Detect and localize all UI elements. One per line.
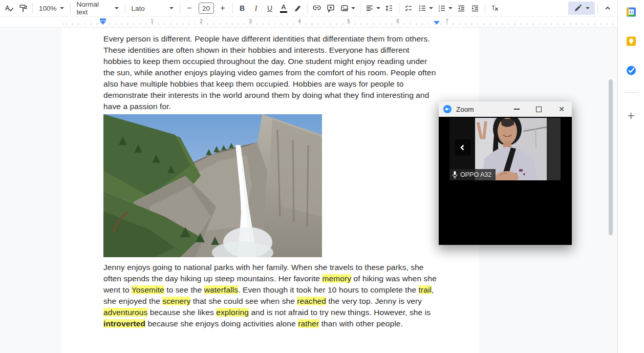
svg-text:3: 3 (438, 9, 440, 12)
editing-mode-button[interactable] (568, 2, 595, 15)
styles-value: Normal text (77, 1, 112, 16)
hide-menus-button[interactable] (600, 2, 614, 15)
side-panel: 31 + (617, 0, 644, 353)
insert-link-button[interactable] (310, 2, 324, 15)
toolbar: A 100% Normal text Lato − 2 (0, 0, 617, 16)
google-docs-app: A 100% Normal text Lato − 2 (0, 0, 644, 353)
toolbar-divider (360, 3, 360, 13)
clear-formatting-button[interactable]: T (488, 2, 502, 15)
caret-down-icon (376, 7, 380, 9)
comment-plus-icon (326, 4, 335, 13)
toolbar-divider (180, 3, 180, 13)
indent-icon (470, 4, 480, 13)
chevron-left-icon (459, 143, 467, 152)
text-color-icon: A (280, 4, 287, 13)
close-button[interactable]: ✕ (554, 101, 569, 117)
paint-roller-icon (18, 4, 28, 13)
yosemite-falls-illustration (103, 114, 322, 257)
previous-camera-button[interactable] (455, 139, 470, 156)
toolbar-divider (232, 3, 233, 13)
toolbar-divider (70, 3, 71, 13)
decrease-indent-button[interactable] (455, 2, 468, 15)
align-left-icon (365, 4, 374, 13)
google-tasks-icon (626, 66, 636, 75)
yosemite-falls-image[interactable] (103, 114, 322, 257)
font-size-decrease-button[interactable]: − (183, 2, 197, 15)
ruler-mark: 5 (346, 18, 351, 24)
camera-source-label: OPPO A32 (449, 169, 496, 180)
minimize-button[interactable] (509, 101, 524, 117)
paragraph-hobbies[interactable]: Every person is different. People have d… (103, 33, 437, 112)
highlighter-icon (293, 4, 302, 13)
first-line-indent-marker[interactable] (100, 18, 106, 20)
toolbar-divider (307, 3, 308, 13)
link-icon (312, 4, 321, 13)
outdent-icon (457, 4, 466, 13)
document-page[interactable]: Every person is different. People have d… (61, 28, 479, 353)
toolbar-divider (597, 3, 598, 13)
spellcheck-button[interactable]: A (2, 2, 16, 15)
bulleted-list-button[interactable] (416, 2, 435, 15)
get-add-ons-button[interactable]: + (627, 109, 634, 123)
clear-formatting-icon: T (490, 4, 499, 13)
maximize-button[interactable] (531, 101, 546, 117)
toolbar-divider (485, 3, 485, 13)
paragraph-jenny[interactable]: Jenny enjoys going to national parks wit… (103, 262, 437, 329)
right-indent-marker[interactable] (434, 21, 440, 25)
pencil-icon (573, 4, 583, 13)
zoom-titlebar[interactable]: Zoom ✕ (439, 101, 572, 117)
ruler-ticks (61, 23, 617, 25)
zoom-window[interactable]: Zoom ✕ (439, 101, 572, 245)
numbered-list-icon: 1 2 3 (437, 4, 446, 13)
caret-down-icon (351, 7, 355, 9)
add-comment-button[interactable] (324, 2, 338, 15)
svg-text:31: 31 (629, 10, 633, 14)
paint-format-button[interactable] (16, 2, 30, 15)
ruler[interactable]: 1 2 3 4 5 6 7 (0, 16, 617, 28)
ruler-mark: 1 (149, 18, 155, 24)
zoom-select[interactable]: 100% (35, 2, 68, 15)
close-icon: ✕ (559, 106, 565, 113)
font-select[interactable]: Lato (128, 2, 177, 15)
font-size-input[interactable]: 20 (199, 3, 214, 14)
font-size-increase-button[interactable]: + (216, 2, 230, 15)
left-indent-marker[interactable] (100, 21, 106, 25)
paragraph-styles-select[interactable]: Normal text (73, 2, 122, 15)
minimize-icon (514, 109, 520, 110)
video-side-strip (547, 118, 561, 180)
caret-down-icon (586, 7, 590, 9)
text-color-button[interactable]: A (277, 2, 291, 15)
underline-button[interactable]: U (263, 2, 277, 15)
italic-button[interactable]: I (249, 2, 263, 15)
tasks-button[interactable] (626, 66, 636, 77)
ruler-mark: 2 (199, 18, 204, 24)
zoom-video-area: OPPO A32 (439, 117, 572, 245)
google-calendar-icon: 31 (626, 7, 636, 17)
numbered-list-button[interactable]: 1 2 3 (435, 2, 455, 15)
align-button[interactable] (363, 2, 382, 15)
zoom-value: 100% (39, 5, 57, 12)
calendar-button[interactable]: 31 (626, 7, 636, 19)
svg-text:A: A (5, 5, 10, 12)
caret-down-icon (115, 7, 119, 9)
svg-text:T: T (491, 5, 496, 12)
zoom-logo-icon (443, 105, 452, 113)
insert-image-button[interactable] (338, 2, 357, 15)
vertical-scrollbar[interactable] (609, 79, 613, 235)
caret-down-icon (448, 7, 453, 9)
caret-down-icon (429, 7, 433, 9)
keep-button[interactable] (626, 36, 636, 48)
ruler-mark: 4 (297, 18, 302, 24)
zoom-window-title: Zoom (456, 106, 474, 113)
line-spacing-button[interactable] (382, 2, 396, 15)
highlight-color-button[interactable] (291, 2, 305, 15)
google-keep-icon (626, 36, 636, 46)
toolbar-divider (32, 3, 33, 13)
checklist-button[interactable] (402, 2, 416, 15)
increase-indent-button[interactable] (468, 2, 482, 15)
ruler-mark: 3 (248, 18, 253, 24)
bold-button[interactable]: B (235, 2, 249, 15)
font-value: Lato (132, 5, 145, 12)
toolbar-divider (399, 3, 399, 13)
bulleted-list-icon (418, 4, 427, 13)
